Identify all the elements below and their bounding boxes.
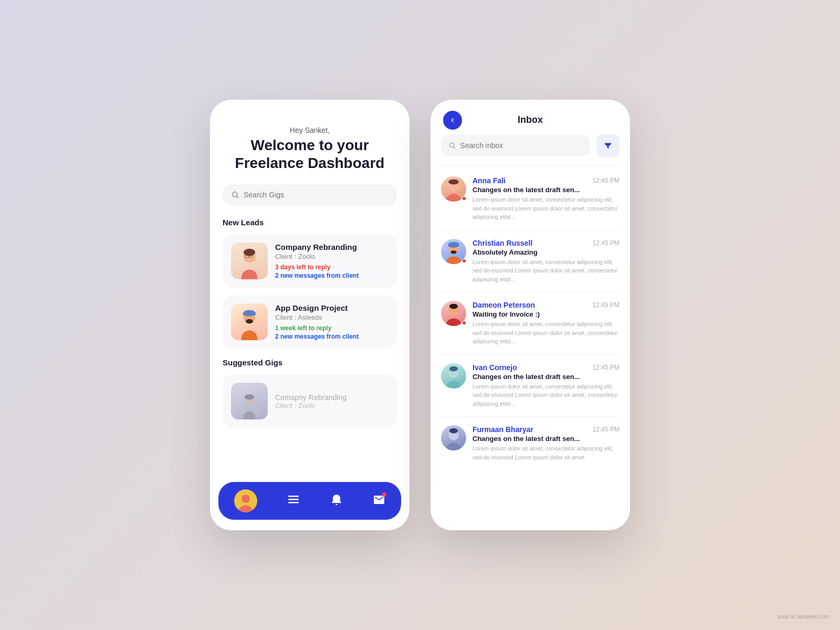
nav-bell-wrapper bbox=[330, 494, 343, 508]
inbox-name-3: Ivan Cornejo bbox=[472, 363, 517, 372]
inbox-row1-3: Ivan Cornejo 12:45 PM bbox=[472, 363, 620, 372]
inbox-row1-4: Furmaan Bharyar 12:45 PM bbox=[472, 425, 620, 434]
lead-card-1[interactable]: Company Rebranding Client : Zoolo 3 days… bbox=[223, 234, 397, 288]
lead-avatar-1 bbox=[231, 243, 268, 279]
search-input[interactable] bbox=[244, 191, 388, 199]
svg-rect-17 bbox=[288, 499, 299, 500]
inbox-search-input[interactable] bbox=[460, 141, 583, 150]
phone-left: Hey Sanket, Welcome to yourFreelance Das… bbox=[210, 100, 410, 530]
svg-rect-18 bbox=[288, 502, 299, 503]
inbox-content-1: Christian Russell 12:45 PM Absolutely Am… bbox=[472, 239, 620, 284]
lead-client-2: Client : Asleeds bbox=[275, 313, 388, 321]
nav-profile-icon bbox=[236, 492, 256, 512]
inbox-item-1[interactable]: Christian Russell 12:45 PM Absolutely Am… bbox=[441, 230, 620, 293]
svg-point-27 bbox=[450, 250, 456, 254]
inbox-subject-0: Changes on the latest draft sen... bbox=[472, 186, 620, 194]
svg-point-33 bbox=[449, 428, 458, 434]
suggested-avatar-1 bbox=[231, 383, 268, 419]
suggested-person-illustration bbox=[236, 393, 262, 419]
inbox-subject-1: Absolutely Amazing bbox=[472, 248, 620, 256]
svg-point-14 bbox=[245, 394, 255, 400]
filter-button[interactable] bbox=[596, 134, 620, 157]
nav-bell-icon[interactable] bbox=[330, 494, 343, 506]
unread-dot-0 bbox=[462, 196, 466, 201]
gig-search-bar[interactable] bbox=[223, 184, 397, 205]
ivan-cornejo-avatar bbox=[443, 365, 464, 388]
unread-dot-1 bbox=[462, 259, 466, 263]
svg-point-23 bbox=[457, 185, 459, 191]
inbox-content-2: Dameon Peterson 12:45 PM Waiting for Inv… bbox=[472, 301, 620, 346]
phone-right: Inbox bbox=[430, 100, 630, 530]
svg-line-1 bbox=[237, 196, 238, 198]
inbox-avatar-3 bbox=[441, 363, 466, 388]
nav-menu-icon[interactable] bbox=[287, 493, 300, 509]
inbox-name-0: Anna Fali bbox=[472, 176, 506, 185]
inbox-subject-4: Changes on the latest draft sen... bbox=[472, 435, 620, 443]
lead-info-1: Company Rebranding Client : Zoolo 3 days… bbox=[275, 243, 388, 279]
inbox-item-2[interactable]: Dameon Peterson 12:45 PM Waiting for Inv… bbox=[441, 292, 620, 355]
svg-rect-11 bbox=[243, 313, 256, 316]
svg-rect-26 bbox=[448, 245, 459, 246]
suggested-section: Suggested Gigs Comapny Rebranding Client… bbox=[223, 358, 397, 428]
svg-point-5 bbox=[254, 254, 256, 261]
svg-point-15 bbox=[242, 495, 250, 503]
inbox-item-4[interactable]: Furmaan Bharyar 12:45 PM Changes on the … bbox=[441, 417, 620, 470]
svg-rect-16 bbox=[288, 496, 299, 497]
lead-avatar-2 bbox=[231, 303, 268, 340]
nav-avatar[interactable] bbox=[234, 489, 257, 512]
inbox-preview-3: Lorem ipsum dolor sit amet, consectetur … bbox=[472, 382, 620, 408]
svg-point-12 bbox=[246, 319, 253, 324]
inbox-row1-2: Dameon Peterson 12:45 PM bbox=[472, 301, 620, 309]
phones-container: Hey Sanket, Welcome to yourFreelance Das… bbox=[210, 100, 630, 530]
svg-point-29 bbox=[449, 304, 458, 309]
inbox-subject-2: Waiting for Invoice :) bbox=[472, 310, 620, 318]
svg-point-22 bbox=[448, 180, 459, 185]
unread-dot-2 bbox=[462, 321, 466, 325]
suggested-info-1: Comapny Rebranding Client : Zoolo bbox=[275, 393, 388, 410]
back-button[interactable] bbox=[443, 111, 462, 130]
inbox-time-1: 12:45 PM bbox=[593, 239, 620, 247]
inbox-row1-1: Christian Russell 12:45 PM bbox=[472, 239, 620, 247]
inbox-item-3[interactable]: Ivan Cornejo 12:45 PM Changes on the lat… bbox=[441, 355, 620, 417]
inbox-subject-3: Changes on the latest draft sen... bbox=[472, 373, 620, 381]
filter-icon bbox=[603, 141, 613, 150]
inbox-content-3: Ivan Cornejo 12:45 PM Changes on the lat… bbox=[472, 363, 620, 408]
dameon-peterson-avatar bbox=[443, 303, 464, 326]
inbox-header: Inbox bbox=[430, 100, 630, 134]
nav-mail-dot bbox=[382, 492, 386, 497]
search-icon bbox=[231, 191, 239, 199]
person-illustration-1 bbox=[234, 248, 265, 279]
christian-russell-avatar bbox=[443, 241, 464, 264]
greeting-main: Welcome to yourFreelance Dashboard bbox=[223, 136, 397, 172]
lead-info-2: App Design Project Client : Asleeds 1 we… bbox=[275, 303, 388, 340]
lead-card-2[interactable]: App Design Project Client : Asleeds 1 we… bbox=[223, 295, 397, 349]
inbox-preview-2: Lorem ipsum dolor sit amet, consectetur … bbox=[472, 320, 620, 346]
suggested-item-title: Comapny Rebranding bbox=[275, 393, 388, 402]
inbox-divider bbox=[441, 165, 620, 166]
inbox-time-0: 12:45 PM bbox=[593, 177, 620, 184]
suggested-title: Suggested Gigs bbox=[223, 358, 397, 367]
inbox-list: Anna Fali 12:45 PM Changes on the latest… bbox=[430, 168, 630, 530]
inbox-avatar-4 bbox=[441, 425, 466, 450]
inbox-preview-1: Lorem ipsum dolor sit amet, consectetur … bbox=[472, 258, 620, 284]
bottom-nav bbox=[218, 482, 401, 520]
inbox-search-bar[interactable] bbox=[441, 135, 590, 156]
new-leads-title: New Leads bbox=[223, 218, 397, 227]
lead-client-1: Client : Zoolo bbox=[275, 253, 388, 260]
inbox-preview-4: Lorem ipsum dolor sit amet, consectetur … bbox=[472, 444, 620, 461]
lead-deadline-2: 1 week left to reply bbox=[275, 324, 388, 332]
inbox-time-4: 12:45 PM bbox=[593, 426, 620, 433]
inbox-row1-0: Anna Fali 12:45 PM bbox=[472, 176, 620, 185]
inbox-time-3: 12:45 PM bbox=[593, 364, 620, 371]
svg-line-20 bbox=[454, 147, 455, 149]
lead-title-1: Company Rebranding bbox=[275, 243, 388, 251]
inbox-item-0[interactable]: Anna Fali 12:45 PM Changes on the latest… bbox=[441, 168, 620, 230]
inbox-title: Inbox bbox=[518, 114, 543, 125]
inbox-search-icon bbox=[448, 141, 456, 150]
nav-mail-wrapper bbox=[373, 494, 385, 508]
inbox-preview-0: Lorem ipsum dolor sit amet, consectetur … bbox=[472, 195, 620, 222]
greeting: Hey Sanket, Welcome to yourFreelance Das… bbox=[223, 126, 397, 172]
anna-fali-avatar bbox=[443, 178, 464, 202]
suggested-card-1[interactable]: Comapny Rebranding Client : Zoolo bbox=[223, 374, 397, 428]
inbox-time-2: 12:45 PM bbox=[593, 301, 620, 309]
